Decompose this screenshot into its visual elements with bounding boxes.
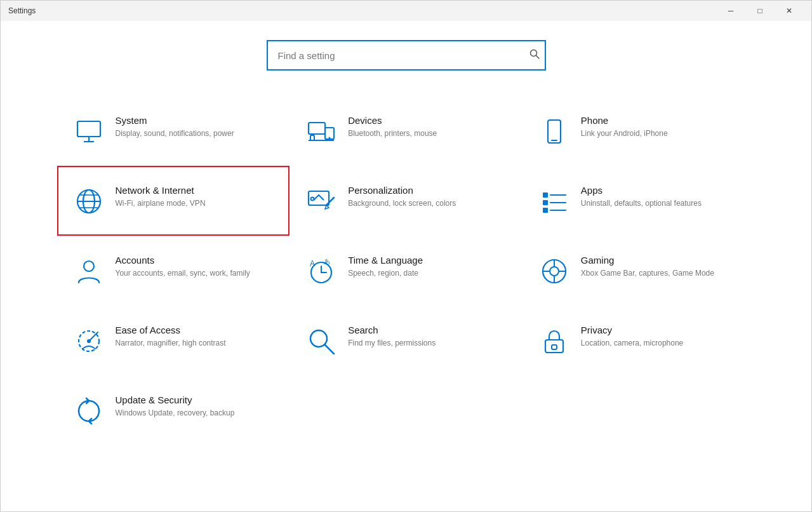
setting-item-accounts[interactable]: AccountsYour accounts, email, sync, work…	[57, 236, 290, 306]
setting-text-ease: Ease of AccessNarrator, magnifier, high …	[116, 325, 226, 349]
privacy-icon	[539, 326, 569, 356]
setting-desc-privacy: Location, camera, microphone	[581, 338, 683, 349]
svg-line-1	[536, 56, 539, 59]
ease-icon	[74, 326, 104, 356]
setting-text-time: Time & LanguageSpeech, region, date	[348, 255, 423, 279]
setting-item-phone[interactable]: PhoneLink your Android, iPhone	[522, 96, 755, 166]
svg-text:A: A	[310, 259, 315, 268]
svg-rect-41	[545, 340, 563, 353]
time-icon: A あ	[306, 256, 336, 286]
svg-rect-21	[543, 208, 548, 213]
setting-text-accounts: AccountsYour accounts, email, sync, work…	[116, 255, 250, 279]
window-controls: ─ □ ✕	[716, 1, 804, 21]
setting-text-system: SystemDisplay, sound, notifications, pow…	[116, 115, 234, 139]
title-bar: Settings ─ □ ✕	[1, 1, 811, 21]
setting-title-network: Network & Internet	[116, 185, 206, 196]
setting-item-privacy[interactable]: PrivacyLocation, camera, microphone	[522, 306, 755, 375]
search-wrapper	[267, 40, 546, 71]
svg-point-9	[329, 137, 331, 139]
setting-title-privacy: Privacy	[581, 325, 683, 335]
setting-title-system: System	[116, 115, 234, 126]
setting-desc-time: Speech, region, date	[348, 268, 423, 279]
setting-title-gaming: Gaming	[581, 255, 714, 266]
search-icon	[306, 326, 336, 356]
setting-item-ease[interactable]: Ease of AccessNarrator, magnifier, high …	[57, 306, 290, 375]
svg-rect-42	[552, 345, 557, 349]
svg-point-39	[310, 330, 327, 347]
svg-rect-7	[310, 135, 314, 140]
minimize-button[interactable]: ─	[716, 1, 745, 21]
setting-text-update: Update & SecurityWindows Update, recover…	[116, 394, 235, 419]
svg-text:あ: あ	[324, 258, 330, 265]
svg-rect-2	[77, 121, 100, 137]
svg-rect-10	[548, 120, 561, 143]
svg-point-25	[84, 261, 94, 271]
svg-line-40	[325, 345, 334, 354]
setting-title-accounts: Accounts	[116, 255, 250, 266]
svg-point-18	[311, 198, 314, 201]
setting-item-search[interactable]: SearchFind my files, permissions	[290, 306, 522, 375]
svg-point-38	[87, 339, 91, 343]
close-button[interactable]: ✕	[775, 1, 804, 21]
update-icon	[74, 396, 104, 426]
window-title: Settings	[8, 6, 36, 15]
setting-item-update[interactable]: Update & SecurityWindows Update, recover…	[57, 375, 290, 445]
setting-title-search: Search	[348, 325, 436, 335]
setting-title-phone: Phone	[581, 115, 668, 126]
apps-icon	[539, 186, 569, 217]
setting-text-gaming: GamingXbox Game Bar, captures, Game Mode	[581, 255, 714, 279]
gaming-icon	[539, 256, 569, 286]
maximize-button[interactable]: □	[745, 1, 775, 21]
setting-title-apps: Apps	[581, 185, 702, 196]
setting-text-network: Network & InternetWi-Fi, airplane mode, …	[116, 185, 206, 209]
search-button[interactable]	[529, 49, 540, 62]
setting-item-personalization[interactable]: PersonalizationBackground, lock screen, …	[290, 166, 522, 236]
setting-title-update: Update & Security	[116, 394, 235, 405]
setting-item-network[interactable]: Network & InternetWi-Fi, airplane mode, …	[57, 166, 290, 236]
setting-title-ease: Ease of Access	[116, 325, 226, 335]
setting-text-phone: PhoneLink your Android, iPhone	[581, 115, 668, 139]
setting-desc-search: Find my files, permissions	[348, 338, 436, 349]
setting-title-devices: Devices	[348, 115, 437, 126]
accounts-icon	[74, 256, 104, 286]
setting-desc-ease: Narrator, magnifier, high contrast	[116, 338, 226, 349]
setting-desc-accounts: Your accounts, email, sync, work, family	[116, 268, 250, 279]
setting-text-privacy: PrivacyLocation, camera, microphone	[581, 325, 683, 349]
setting-item-devices[interactable]: DevicesBluetooth, printers, mouse	[290, 96, 522, 166]
svg-rect-5	[309, 123, 325, 134]
settings-window: Settings ─ □ ✕ SystemDisplay, sound, not…	[0, 0, 812, 512]
setting-desc-update: Windows Update, recovery, backup	[116, 408, 235, 419]
svg-point-32	[550, 267, 559, 276]
setting-text-apps: AppsUninstall, defaults, optional featur…	[581, 185, 702, 209]
setting-desc-apps: Uninstall, defaults, optional features	[581, 198, 702, 209]
setting-desc-network: Wi-Fi, airplane mode, VPN	[116, 198, 206, 209]
setting-desc-system: Display, sound, notifications, power	[116, 128, 234, 139]
setting-desc-gaming: Xbox Game Bar, captures, Game Mode	[581, 268, 714, 279]
devices-icon	[306, 116, 336, 147]
setting-desc-devices: Bluetooth, printers, mouse	[348, 128, 437, 139]
setting-text-devices: DevicesBluetooth, printers, mouse	[348, 115, 437, 139]
content-area: SystemDisplay, sound, notifications, pow…	[1, 21, 811, 511]
svg-rect-19	[543, 192, 548, 198]
setting-item-gaming[interactable]: GamingXbox Game Bar, captures, Game Mode	[522, 236, 755, 306]
setting-title-time: Time & Language	[348, 255, 423, 266]
setting-desc-phone: Link your Android, iPhone	[581, 128, 668, 139]
search-icon	[529, 49, 540, 59]
setting-title-personalization: Personalization	[348, 185, 456, 196]
personalization-icon	[306, 186, 336, 217]
setting-item-time[interactable]: A あ Time & LanguageSpeech, region, date	[290, 236, 522, 306]
setting-item-system[interactable]: SystemDisplay, sound, notifications, pow…	[57, 96, 290, 166]
search-input[interactable]	[267, 40, 546, 71]
system-icon	[74, 116, 104, 147]
setting-text-personalization: PersonalizationBackground, lock screen, …	[348, 185, 456, 209]
setting-text-search: SearchFind my files, permissions	[348, 325, 436, 349]
settings-grid: SystemDisplay, sound, notifications, pow…	[57, 96, 755, 445]
setting-item-apps[interactable]: AppsUninstall, defaults, optional featur…	[522, 166, 755, 236]
network-icon	[74, 186, 104, 217]
setting-desc-personalization: Background, lock screen, colors	[348, 198, 456, 209]
svg-rect-20	[543, 200, 548, 205]
phone-icon	[539, 116, 569, 147]
